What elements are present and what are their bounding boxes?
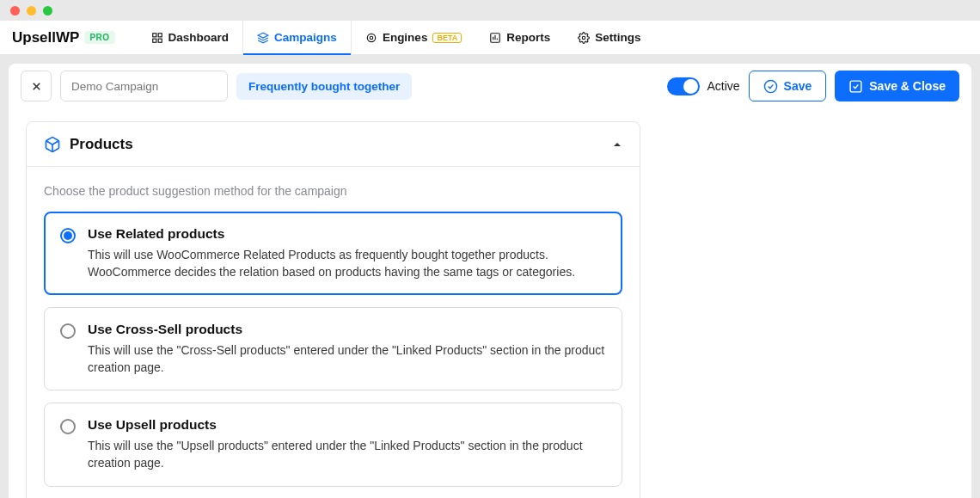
radio-upsell[interactable]: [60, 419, 76, 434]
svg-rect-15: [850, 81, 861, 92]
save-button-label: Save: [784, 79, 812, 93]
tab-reports-label: Reports: [506, 31, 550, 44]
save-close-button[interactable]: Save & Close: [835, 71, 959, 101]
svg-rect-0: [152, 33, 156, 36]
svg-rect-3: [158, 39, 162, 42]
campaign-type-chip: Frequently bought together: [236, 73, 412, 100]
tab-campaigns[interactable]: Campaigns: [242, 21, 352, 55]
svg-point-6: [370, 36, 373, 40]
svg-point-11: [583, 36, 586, 40]
tab-campaigns-label: Campaigns: [274, 31, 337, 44]
layers-icon: [257, 32, 269, 44]
pro-badge: PRO: [84, 31, 114, 44]
radio-cross-sell[interactable]: [60, 323, 76, 339]
option-title: Use Upsell products: [88, 417, 606, 433]
tab-engines-label: Engines: [383, 31, 428, 44]
svg-rect-2: [152, 39, 156, 42]
package-icon: [44, 136, 61, 153]
window-close-dot[interactable]: [10, 6, 20, 15]
option-title: Use Related products: [88, 226, 606, 242]
top-nav: UpsellWP PRO Dashboard Campaigns Engines…: [0, 21, 980, 55]
campaign-name-input[interactable]: [60, 71, 228, 101]
products-panel: Products Choose the product suggestion m…: [26, 121, 640, 498]
save-button[interactable]: Save: [749, 71, 827, 101]
option-cross-sell[interactable]: Use Cross-Sell products This will use th…: [44, 307, 622, 390]
option-desc: This will use WooCommerce Related Produc…: [88, 247, 606, 280]
reports-icon: [489, 32, 501, 44]
svg-point-5: [367, 34, 375, 41]
svg-point-14: [764, 80, 776, 92]
products-panel-title: Products: [70, 136, 603, 153]
svg-marker-4: [258, 33, 268, 38]
dashboard-icon: [151, 32, 163, 44]
window-max-dot[interactable]: [43, 6, 52, 15]
tab-dashboard-label: Dashboard: [168, 31, 230, 44]
products-panel-header[interactable]: Products: [27, 122, 640, 167]
svg-rect-1: [158, 33, 162, 36]
check-circle-icon: [763, 79, 778, 94]
tab-reports[interactable]: Reports: [475, 21, 564, 55]
window-titlebar: [0, 0, 980, 21]
option-desc: This will use the "Cross-Sell products" …: [88, 342, 606, 376]
option-related-products[interactable]: Use Related products This will use WooCo…: [44, 212, 622, 295]
window-min-dot[interactable]: [27, 6, 36, 15]
option-upsell[interactable]: Use Upsell products This will use the "U…: [44, 403, 622, 486]
chevron-up-icon: [612, 139, 622, 150]
close-icon: [30, 80, 43, 93]
tab-settings-label: Settings: [595, 31, 640, 44]
brand-name: UpsellWP: [12, 29, 79, 46]
close-button[interactable]: [21, 71, 52, 101]
brand-logo: UpsellWP PRO: [12, 29, 115, 46]
gear-icon: [578, 32, 590, 44]
option-desc: This will use the "Upsell products" ente…: [88, 438, 606, 471]
beta-badge: BETA: [432, 33, 462, 43]
tab-dashboard[interactable]: Dashboard: [138, 21, 243, 55]
helper-text: Choose the product suggestion method for…: [44, 184, 622, 198]
tab-engines[interactable]: Engines BETA: [352, 21, 475, 55]
save-close-button-label: Save & Close: [869, 79, 946, 93]
tab-settings[interactable]: Settings: [564, 21, 654, 55]
check-square-icon: [848, 79, 863, 94]
editor-toolbar: Frequently bought together Active Save S…: [9, 64, 971, 108]
engine-icon: [365, 32, 377, 44]
svg-marker-17: [614, 143, 621, 146]
radio-related[interactable]: [60, 228, 76, 243]
option-title: Use Cross-Sell products: [88, 322, 606, 337]
active-toggle[interactable]: [667, 77, 700, 95]
active-toggle-label: Active: [707, 79, 739, 93]
